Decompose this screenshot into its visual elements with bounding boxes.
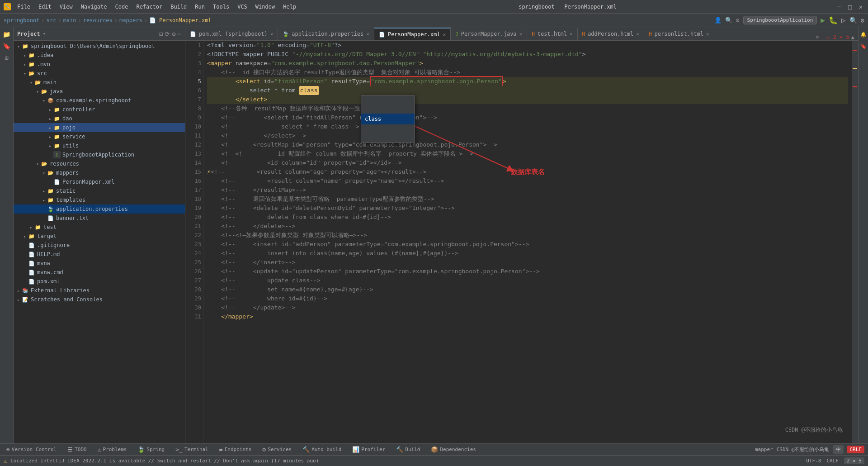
panel-settings-btn[interactable]: ⚙: [172, 30, 175, 38]
tree-item-test[interactable]: ▸ 📁 test: [14, 223, 185, 232]
menu-vcs[interactable]: VCS: [234, 3, 251, 11]
tree-item-package[interactable]: ▾ 📦 com.example.springbooot: [14, 96, 185, 105]
bottom-terminal[interactable]: >_ Terminal: [173, 445, 211, 454]
bottom-version-control[interactable]: ⊕ Version Control: [4, 445, 59, 454]
tree-item-root[interactable]: ▾ 📁 springbooot D:\Users\Admin\springboo…: [14, 42, 185, 51]
bottom-profiler[interactable]: 📊 Profiler: [349, 445, 388, 454]
tab-personlist[interactable]: H personlist.html ✕: [644, 28, 714, 40]
breadcrumb-main[interactable]: main: [63, 17, 76, 24]
tab-pomxml[interactable]: 📄 pom.xml (springbooot) ✕: [185, 28, 278, 40]
notification-icon[interactable]: 🔔: [858, 29, 868, 40]
tab-close-personlist[interactable]: ✕: [706, 31, 709, 37]
right-gutter[interactable]: [852, 41, 858, 443]
tree-item-templates[interactable]: ▸ 📁 templates: [14, 195, 185, 204]
tree-item-utils[interactable]: ▸ 📁 utils: [14, 141, 185, 150]
menu-tools[interactable]: Tools: [209, 3, 233, 11]
tree-item-java[interactable]: ▾ 📂 java: [14, 87, 185, 96]
nav-search-icon[interactable]: 🔍: [725, 17, 732, 24]
sidebar-structure-icon[interactable]: ⊞: [1, 52, 12, 63]
code-editor[interactable]: <?xml version="1.0" encoding="UTF-8"?> <…: [203, 41, 852, 443]
run-config-selector[interactable]: SpringboootApplication: [743, 16, 817, 24]
maximize-button[interactable]: □: [846, 3, 854, 10]
menu-window[interactable]: Window: [252, 3, 278, 11]
tree-item-controller[interactable]: ▸ 📁 controller: [14, 105, 185, 114]
breadcrumb-project[interactable]: springbooot: [4, 17, 39, 24]
tree-item-app[interactable]: ▸ C SpringboootApplication: [14, 150, 185, 159]
tab-addperson[interactable]: H addPerson.html ✕: [578, 28, 644, 40]
autocomplete-popup[interactable]: class: [361, 95, 415, 143]
bookmark-right-icon[interactable]: 🔖: [858, 41, 868, 52]
sidebar-bookmarks-icon[interactable]: 🔖: [1, 41, 12, 52]
bottom-todo[interactable]: ☰ TODO: [65, 445, 90, 454]
panel-sync-btn[interactable]: ⟳: [165, 30, 170, 38]
bottom-endpoints[interactable]: ⇌ Endpoints: [217, 445, 254, 454]
bottom-ime-indicator[interactable]: 中: [833, 445, 844, 454]
tab-overflow-icon[interactable]: »: [812, 33, 823, 40]
tree-item-gitignore[interactable]: ▸ 📄 .gitignore: [14, 241, 185, 250]
coverage-button[interactable]: ▷: [841, 16, 846, 24]
tree-item-idea[interactable]: ▸ 📁 .idea: [14, 51, 185, 60]
tree-item-application-props[interactable]: ▸ 🍃 application.properties: [14, 204, 185, 214]
menu-file[interactable]: File: [14, 3, 34, 11]
panel-dropdown[interactable]: ▾: [43, 31, 46, 37]
menu-run[interactable]: Run: [191, 3, 208, 11]
tree-item-resources[interactable]: ▾ 📂 resources: [14, 159, 185, 168]
menu-navigate[interactable]: Navigate: [77, 3, 111, 11]
tab-close-application-props[interactable]: ✕: [366, 31, 369, 37]
global-search-button[interactable]: 🔍: [849, 17, 857, 24]
bottom-build[interactable]: 🔨 Build: [393, 445, 423, 454]
tab-close-personmapper-java[interactable]: ✕: [519, 31, 523, 37]
settings-button[interactable]: ⚙: [861, 17, 864, 24]
tab-application-props[interactable]: 🍃 application.properties ✕: [278, 28, 374, 40]
tree-item-main[interactable]: ▾ 📂 main: [14, 78, 185, 87]
tab-close-personmapper-xml[interactable]: ✕: [443, 32, 446, 38]
bottom-spring[interactable]: 🍃 Spring: [135, 445, 167, 454]
tree-item-pomxml[interactable]: ▸ 📄 pom.xml: [14, 277, 185, 286]
tab-personmapper-xml[interactable]: 📄 PersonMapper.xml ✕: [374, 28, 451, 40]
profile-icon[interactable]: 👤: [714, 17, 722, 24]
nav-settings-icon[interactable]: ⚙: [736, 17, 740, 24]
tree-item-external-libs[interactable]: ▸ 📚 External Libraries: [14, 286, 185, 295]
tree-item-static[interactable]: ▸ 📁 static: [14, 186, 185, 195]
bottom-crlf-indicator[interactable]: CRLF: [847, 446, 865, 453]
breadcrumb-resources[interactable]: resources: [83, 17, 113, 24]
sidebar-project-icon[interactable]: 📁: [1, 29, 12, 40]
tree-item-helpmd[interactable]: ▸ 📄 HELP.md: [14, 250, 185, 259]
menu-code[interactable]: Code: [112, 3, 132, 11]
breadcrumb-mappers[interactable]: mappers: [119, 17, 142, 24]
tree-item-mappers[interactable]: ▾ 📂 mappers: [14, 168, 185, 177]
tab-close-pomxml[interactable]: ✕: [270, 31, 274, 37]
tree-item-mvnw[interactable]: ▸ 📄 mvnw: [14, 259, 185, 268]
tab-personmapper-java[interactable]: J PersonMapper.java ✕: [451, 28, 527, 40]
tree-item-banner[interactable]: ▸ 📄 banner.txt: [14, 214, 185, 223]
panel-collapse-btn[interactable]: ⊟: [159, 30, 163, 38]
breadcrumb-src[interactable]: src: [47, 17, 57, 24]
debug-button[interactable]: 🐛: [829, 16, 838, 24]
menu-edit[interactable]: Edit: [35, 3, 55, 11]
tab-close-testhtml[interactable]: ✕: [570, 31, 573, 37]
bottom-problems[interactable]: ⚠ Problems: [95, 445, 130, 454]
tree-item-mvnwcmd[interactable]: ▸ 📄 mvnw.cmd: [14, 268, 185, 277]
tree-item-personmapper-xml[interactable]: ▸ 📄 PersonMapper.xml: [14, 177, 185, 186]
run-button[interactable]: ▶: [821, 16, 825, 24]
menu-build[interactable]: Build: [167, 3, 190, 11]
tree-item-service[interactable]: ▸ 📁 service: [14, 132, 185, 141]
menu-view[interactable]: View: [56, 3, 76, 11]
tab-expand-icon[interactable]: ▲: [851, 34, 854, 40]
tree-item-dao[interactable]: ▸ 📁 dao: [14, 114, 185, 123]
menu-help[interactable]: Help: [279, 3, 300, 11]
tree-item-src[interactable]: ▾ 📂 src: [14, 69, 185, 78]
close-button[interactable]: ✕: [857, 3, 864, 10]
minimize-button[interactable]: ─: [835, 3, 843, 10]
tree-item-mvn[interactable]: ▸ 📁 .mvn: [14, 60, 185, 69]
panel-minimize-btn[interactable]: ─: [178, 30, 181, 38]
bottom-auto-build[interactable]: 🔨 Auto-build: [300, 445, 344, 454]
tree-item-target[interactable]: ▸ 📁 target: [14, 232, 185, 241]
bottom-services[interactable]: ⚙ Services: [259, 445, 294, 454]
menu-refactor[interactable]: Refactor: [132, 3, 166, 11]
autocomplete-item-class[interactable]: class: [361, 114, 415, 124]
tab-testhtml[interactable]: H test.html ✕: [527, 28, 577, 40]
tree-item-pojo[interactable]: ▸ 📁 pojo ←: [14, 123, 185, 132]
bottom-dependencies[interactable]: 📦 Dependencies: [428, 445, 478, 454]
tree-item-scratches[interactable]: ▸ 📝 Scratches and Consoles: [14, 295, 185, 304]
